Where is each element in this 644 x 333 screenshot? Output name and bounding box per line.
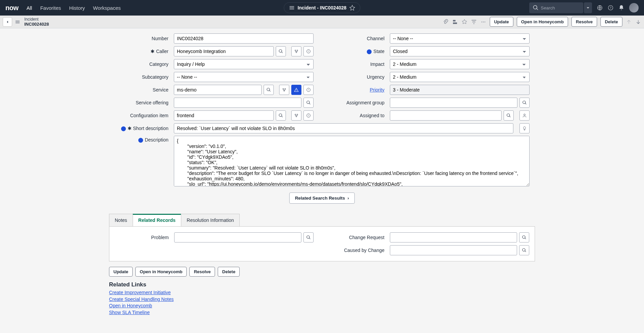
tab-notes[interactable]: Notes <box>109 214 133 226</box>
short-desc-suggest[interactable] <box>519 123 530 133</box>
related-links-heading: Related Links <box>109 281 535 288</box>
caller-lookup[interactable] <box>276 46 286 56</box>
caused-by-field[interactable] <box>390 245 517 255</box>
user-avatar[interactable] <box>629 3 639 12</box>
title-block: Incident INC0024028 <box>24 17 49 27</box>
search-icon <box>522 100 527 105</box>
subcategory-field[interactable]: -- None -- <box>174 72 314 82</box>
assignment-group-lookup[interactable] <box>519 98 530 108</box>
logo: now <box>5 4 19 12</box>
service-alert[interactable] <box>291 85 301 95</box>
priority-label[interactable]: Priority <box>370 87 384 93</box>
state-field[interactable]: Closed <box>390 46 530 56</box>
chevron-down-icon <box>585 5 591 11</box>
desc-field[interactable] <box>174 136 530 186</box>
search-icon <box>522 248 527 253</box>
prev-record-icon[interactable] <box>626 19 632 25</box>
service-label: Service <box>114 87 172 93</box>
pill-title: Incident - INC0024028 <box>298 5 347 10</box>
svg-text:?: ? <box>610 6 611 9</box>
svg-point-3 <box>481 21 482 22</box>
next-record-icon[interactable] <box>635 19 641 25</box>
change-request-field[interactable] <box>390 232 517 242</box>
open-honeycomb-button-bottom[interactable]: Open in Honeycomb <box>135 267 187 277</box>
service-offering-field[interactable] <box>174 98 301 108</box>
assigned-to-lookup[interactable] <box>504 110 514 121</box>
problem-field[interactable] <box>174 232 301 242</box>
assignment-group-field[interactable] <box>390 98 517 108</box>
ci-tree[interactable] <box>291 110 301 121</box>
tab-body: Problem Change Request Caused by Change <box>109 227 535 261</box>
personalize-icon[interactable] <box>461 19 467 25</box>
service-lookup[interactable] <box>264 85 274 95</box>
caller-tree[interactable] <box>291 46 301 56</box>
row-short-description: ⬤✱Short description <box>114 123 530 134</box>
impact-field[interactable]: 2 - Medium <box>390 59 530 69</box>
short-desc-field[interactable] <box>174 123 513 133</box>
tab-related-records[interactable]: Related Records <box>133 214 181 226</box>
service-tree[interactable] <box>279 85 289 95</box>
service-field[interactable] <box>174 85 262 95</box>
help-icon[interactable]: ? <box>608 5 614 11</box>
service-info[interactable]: i <box>303 85 314 95</box>
more-icon[interactable] <box>480 19 486 25</box>
svg-point-5 <box>484 21 485 22</box>
global-search[interactable] <box>529 2 583 13</box>
open-honeycomb-button[interactable]: Open in Honeycomb <box>517 17 568 27</box>
caller-info[interactable]: i <box>303 46 314 56</box>
search-input[interactable] <box>541 5 574 10</box>
update-button[interactable]: Update <box>490 17 513 27</box>
ci-lookup[interactable] <box>276 110 286 121</box>
nav-all[interactable]: All <box>27 5 32 11</box>
svg-point-4 <box>483 21 484 22</box>
delete-button[interactable]: Delete <box>600 17 622 27</box>
row-state: ⬤State Closed <box>330 46 530 57</box>
desc-label: Description <box>145 137 168 143</box>
service-offering-lookup[interactable] <box>303 98 314 108</box>
change-request-lookup[interactable] <box>519 232 529 242</box>
svg-text:i: i <box>308 114 308 117</box>
star-icon[interactable] <box>349 5 355 11</box>
related-link-2[interactable]: Open in Honeycomb <box>109 303 535 309</box>
caller-field[interactable] <box>174 46 274 56</box>
bell-icon[interactable] <box>618 5 624 11</box>
search-icon <box>306 100 311 105</box>
resolve-button-bottom[interactable]: Resolve <box>189 267 215 277</box>
activity-icon[interactable] <box>452 19 458 25</box>
urgency-field[interactable]: 2 - Medium <box>390 72 530 82</box>
resolve-button[interactable]: Resolve <box>571 17 597 27</box>
category-field[interactable]: Inquiry / Help <box>174 59 314 69</box>
caller-label: Caller <box>156 49 168 54</box>
ci-field[interactable] <box>174 110 274 121</box>
chevron-left-icon <box>5 20 10 24</box>
nav-workspaces[interactable]: Workspaces <box>93 5 121 11</box>
row-impact: Impact 2 - Medium <box>330 59 530 70</box>
assigned-to-me[interactable] <box>519 110 530 121</box>
globe-icon[interactable] <box>597 5 603 11</box>
related-link-1[interactable]: Create Special Handling Notes <box>109 296 535 303</box>
number-field[interactable] <box>174 33 314 44</box>
ci-info[interactable]: i <box>303 110 314 121</box>
problem-lookup[interactable] <box>303 232 314 242</box>
update-button-bottom[interactable]: Update <box>109 267 133 277</box>
back-button[interactable] <box>3 17 12 27</box>
search-dropdown[interactable] <box>584 2 592 13</box>
delete-button-bottom[interactable]: Delete <box>218 267 240 277</box>
attachment-icon[interactable] <box>442 19 449 25</box>
related-link-0[interactable]: Create Improvement Initiative <box>109 289 535 296</box>
record-pill[interactable]: Incident - INC0024028 <box>284 2 360 13</box>
record-number: INC0024028 <box>24 22 49 27</box>
assigned-to-field[interactable] <box>390 110 502 121</box>
tab-resolution[interactable]: Resolution Information <box>181 214 240 226</box>
channel-field[interactable]: -- None -- <box>390 33 530 44</box>
related-link-3[interactable]: Show SLA Timeline <box>109 309 535 316</box>
search-icon <box>506 113 511 118</box>
nav-history[interactable]: History <box>69 5 85 11</box>
urgency-label: Urgency <box>330 74 388 80</box>
caused-by-lookup[interactable] <box>519 245 529 255</box>
priority-field <box>390 85 530 95</box>
nav-favorites[interactable]: Favorites <box>40 5 61 11</box>
filter-icon[interactable] <box>471 19 477 25</box>
menu-icon[interactable] <box>15 19 20 25</box>
related-search-button[interactable]: Related Search Results › <box>289 193 355 204</box>
